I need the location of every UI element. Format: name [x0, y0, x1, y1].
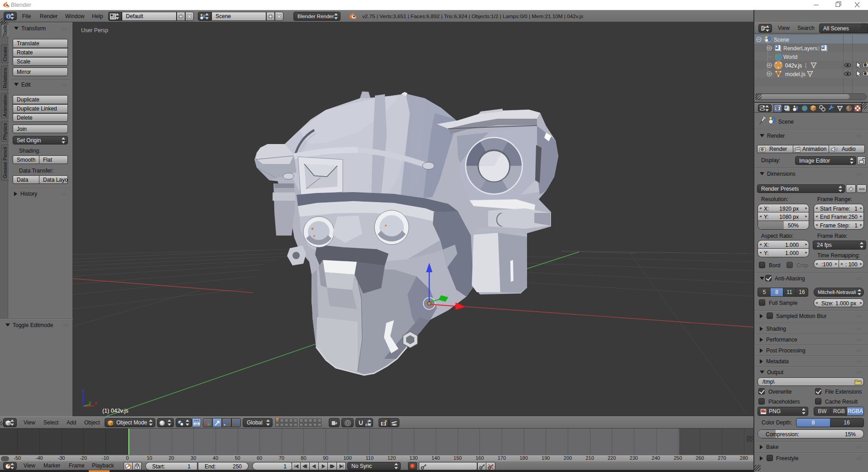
svg-text:User Persp: User Persp [81, 27, 108, 34]
svg-text:RenderLayers: RenderLayers [783, 45, 817, 52]
svg-text:World: World [783, 54, 797, 60]
svg-text:(1) 042v.js: (1) 042v.js [102, 408, 128, 414]
svg-text:042v.js: 042v.js [785, 63, 802, 69]
svg-text:i: i [8, 14, 10, 19]
svg-text:x: x [95, 400, 97, 405]
svg-text:y: y [89, 400, 91, 405]
svg-text:|: | [801, 71, 803, 77]
svg-text:|: | [818, 45, 820, 51]
svg-text:|: | [805, 62, 806, 68]
svg-text:z: z [82, 388, 85, 393]
svg-text:Scene: Scene [774, 37, 789, 43]
